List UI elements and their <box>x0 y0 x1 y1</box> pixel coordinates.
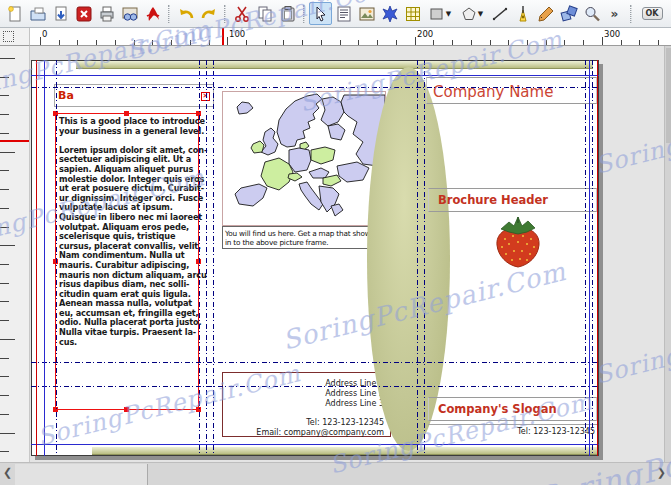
application-window: ▼ ▼ » OK 0100200300 <box>0 0 671 485</box>
preflight-verifier-button[interactable] <box>118 2 141 25</box>
company-name-frame[interactable]: Company Name <box>426 77 597 104</box>
new-document-icon <box>6 5 24 23</box>
insert-render-frame-button[interactable] <box>378 2 401 25</box>
selection-handle[interactable] <box>124 111 129 116</box>
guide-line <box>597 60 598 456</box>
address-line: Address Line 2 <box>223 389 384 399</box>
address-line: Address Line 3 <box>223 399 384 409</box>
scroll-right-icon[interactable]: ❯ <box>657 466 666 479</box>
paste-icon <box>279 5 297 23</box>
watermark-text: SoringPcRepair.Com <box>593 87 671 180</box>
company-name-text: Company Name <box>433 83 553 101</box>
render-frame-icon <box>381 5 399 23</box>
insert-image-frame-button[interactable] <box>355 2 378 25</box>
insert-polygon-button[interactable]: ▼ <box>456 2 488 25</box>
copy-button[interactable] <box>253 2 276 25</box>
pencil-icon <box>537 5 555 23</box>
company-slogan-frame[interactable]: Company's Slogan <box>428 397 597 421</box>
insert-table-button[interactable] <box>401 2 424 25</box>
open-document-button[interactable] <box>26 2 49 25</box>
guide-line <box>44 60 45 456</box>
insert-freehand-line-button[interactable] <box>534 2 557 25</box>
toolbar-overflow-button[interactable]: » <box>603 2 626 25</box>
copy-icon <box>256 5 274 23</box>
guide-line <box>213 60 214 456</box>
cut-button[interactable] <box>230 2 253 25</box>
save-icon <box>52 5 70 23</box>
export-pdf-button[interactable] <box>141 2 164 25</box>
insert-shape-button[interactable]: ▼ <box>424 2 456 25</box>
ruler-label: 100 <box>229 29 245 39</box>
vertical-ruler[interactable] <box>0 46 30 462</box>
toolbar: ▼ ▼ » OK <box>0 0 671 28</box>
paste-button[interactable] <box>276 2 299 25</box>
chevron-down-icon: ▼ <box>446 10 451 18</box>
strawberry-graphic <box>487 215 549 271</box>
binoculars-icon <box>121 5 139 23</box>
chevron-down-icon: ▼ <box>478 10 483 18</box>
toolbar-separator <box>168 5 170 23</box>
address-line: Tel: 123-123-12345 <box>223 418 384 428</box>
horizontal-scrollbar-thumb[interactable] <box>15 464 148 485</box>
horizontal-scrollbar[interactable]: ❮ ❯ <box>0 462 671 485</box>
scissors-icon <box>233 5 251 23</box>
insert-bezier-curve-button[interactable] <box>511 2 534 25</box>
ok-button[interactable]: OK <box>636 2 668 25</box>
map-caption-line: in to the above picture frame. <box>225 238 384 247</box>
open-folder-icon <box>29 5 47 23</box>
ruler-origin-button[interactable] <box>0 28 30 46</box>
save-document-button[interactable] <box>49 2 72 25</box>
vertical-scrollbar-thumb[interactable] <box>666 48 671 143</box>
strawberry-image-frame[interactable] <box>487 215 549 271</box>
print-button[interactable] <box>95 2 118 25</box>
vertical-scrollbar[interactable] <box>664 46 671 462</box>
toolbar-separator <box>224 5 226 23</box>
undo-button[interactable] <box>174 2 197 25</box>
magnifier-icon <box>583 5 601 23</box>
europe-map-image-frame[interactable] <box>222 91 386 226</box>
toolbar-separator <box>630 5 632 23</box>
brochure-header-text: Brochure Header <box>438 193 548 207</box>
guide-line <box>424 60 425 456</box>
guide-line <box>585 60 586 456</box>
guide-line <box>199 60 200 456</box>
guide-line <box>206 60 207 456</box>
insert-line-button[interactable] <box>488 2 511 25</box>
close-icon <box>75 5 93 23</box>
rotate-item-button[interactable] <box>557 2 580 25</box>
ruler-label: 300 <box>604 29 620 39</box>
ruler-origin-icon <box>3 31 14 42</box>
guide-line <box>417 60 418 456</box>
map-caption-frame[interactable]: You will find us here. Get a map that sh… <box>222 226 386 249</box>
selected-body-text-frame[interactable]: This is a good place to introduceyour bu… <box>55 113 199 410</box>
cursor-arrow-icon <box>312 5 330 23</box>
ruler-label: 0 <box>42 29 47 39</box>
printer-icon <box>98 5 116 23</box>
brochure-header-frame[interactable]: Brochure Header <box>428 188 597 212</box>
ruler-label: 200 <box>417 29 433 39</box>
guide-line <box>36 60 37 456</box>
guide-line <box>592 60 593 456</box>
insert-text-frame-button[interactable] <box>332 2 355 25</box>
horizontal-ruler[interactable]: 0100200300 <box>0 28 671 46</box>
guide-line <box>589 60 590 456</box>
zoom-tool-button[interactable] <box>580 2 603 25</box>
address-text-frame[interactable]: Address Line 1Address Line 2Address Line… <box>222 372 391 437</box>
body-text: This is a good place to introduceyour bu… <box>59 117 196 347</box>
select-item-button[interactable] <box>309 2 332 25</box>
bottom-khaki-band <box>92 447 598 455</box>
redo-button[interactable] <box>197 2 220 25</box>
image-frame-icon <box>358 5 376 23</box>
slogan-divider-line <box>428 424 597 425</box>
undo-icon <box>177 5 195 23</box>
new-document-button[interactable] <box>3 2 26 25</box>
selection-handle[interactable] <box>124 407 129 412</box>
guide-line <box>56 60 57 456</box>
close-document-button[interactable] <box>72 2 95 25</box>
khaki-ellipse-shape[interactable] <box>367 67 450 451</box>
polygon-icon <box>461 6 477 22</box>
guide-line <box>31 75 599 76</box>
guide-line <box>31 386 599 387</box>
map-caption-line: You will find us here. Get a map that sh… <box>225 229 384 238</box>
scroll-left-icon[interactable]: ❮ <box>3 466 12 479</box>
